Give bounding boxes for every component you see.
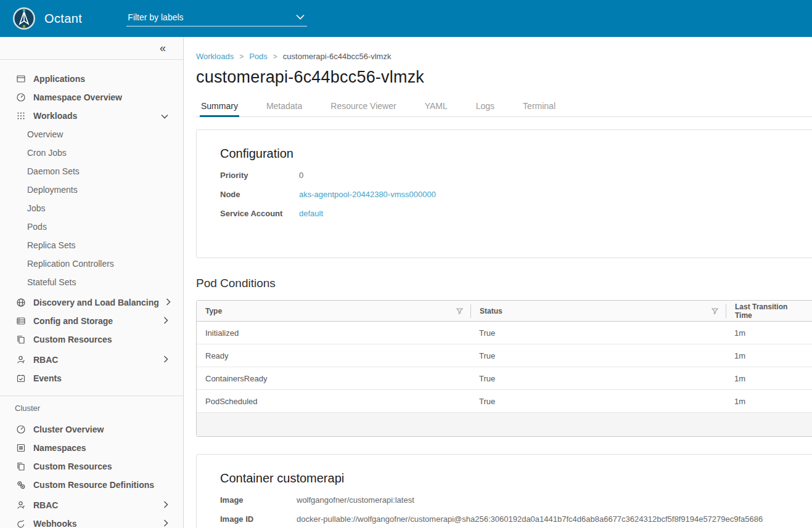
sidebar-subitem-pods[interactable]: Pods xyxy=(0,217,183,236)
tab-summary[interactable]: Summary xyxy=(200,97,239,116)
filter-icon[interactable] xyxy=(712,308,718,314)
tab-yaml[interactable]: YAML xyxy=(424,97,449,116)
gauge-icon xyxy=(16,424,27,435)
config-row-node: Node aks-agentpool-20442380-vmss000000 xyxy=(220,190,801,199)
sidebar-item-label: RBAC xyxy=(33,500,157,510)
pod-conditions-table: Type Status Last Transition Time Initial… xyxy=(196,300,812,437)
sidebar-subitem-cron-jobs[interactable]: Cron Jobs xyxy=(0,144,183,162)
container-row-image-id: Image ID docker-pullable://wolfgangofner… xyxy=(220,514,801,524)
chevron-right-icon xyxy=(166,298,171,307)
chevron-right-icon xyxy=(163,519,168,528)
user-icon xyxy=(16,500,27,511)
service-account-link[interactable]: default xyxy=(299,209,323,218)
tab-terminal[interactable]: Terminal xyxy=(522,97,557,116)
breadcrumb-pods-link[interactable]: Pods xyxy=(249,52,268,61)
app-header: Octant Filter by labels xyxy=(0,0,812,37)
tab-resource-viewer[interactable]: Resource Viewer xyxy=(329,97,397,116)
breadcrumb-workloads-link[interactable]: Workloads xyxy=(196,52,234,61)
sidebar-item-label: Events xyxy=(33,373,168,383)
tab-logs[interactable]: Logs xyxy=(475,97,496,116)
sidebar-item-custom-resources[interactable]: Custom Resources xyxy=(0,330,183,349)
priority-value: 0 xyxy=(299,171,303,180)
sidebar-item-label: Namespaces xyxy=(33,443,168,453)
sidebar-divider xyxy=(0,396,183,396)
copy-icon xyxy=(16,335,27,345)
column-header-status: Status xyxy=(470,304,726,318)
sidebar-item-namespaces[interactable]: Namespaces xyxy=(0,439,183,457)
sidebar-item-namespace-overview[interactable]: Namespace Overview xyxy=(0,88,183,107)
column-header-last-transition-time: Last Transition Time xyxy=(726,304,812,318)
cell-type: PodScheduled xyxy=(197,397,470,406)
breadcrumb-separator: > xyxy=(239,52,244,61)
table-footer xyxy=(197,413,812,436)
config-label: Service Account xyxy=(220,209,299,218)
sidebar-item-label: Discovery and Load Balancing xyxy=(33,298,159,307)
sidebar-item-label: Custom Resources xyxy=(33,461,168,471)
sidebar-subitem-label: Pods xyxy=(27,222,47,232)
sidebar-subitem-label: Jobs xyxy=(27,203,46,213)
namespaces-icon xyxy=(16,443,27,453)
config-row-service-account: Service Account default xyxy=(220,209,801,218)
sidebar-item-cluster-rbac[interactable]: RBAC xyxy=(0,496,183,514)
pod-conditions-heading: Pod Conditions xyxy=(196,277,812,290)
sidebar-subitem-replica-sets[interactable]: Replica Sets xyxy=(0,236,183,254)
sidebar-subitem-stateful-sets[interactable]: Stateful Sets xyxy=(0,273,183,291)
sidebar-subitem-label: Stateful Sets xyxy=(27,277,76,287)
sidebar-subitem-label: Cron Jobs xyxy=(27,148,67,158)
column-header-label: Status xyxy=(480,307,502,315)
sidebar-item-label: Custom Resources xyxy=(33,335,168,344)
cell-time: 1m xyxy=(726,397,812,406)
sidebar-item-applications[interactable]: Applications xyxy=(0,70,183,88)
configuration-card: Configuration Priority 0 Node aks-agentp… xyxy=(196,129,812,258)
chevron-down-icon xyxy=(296,14,305,20)
sidebar-collapse-button[interactable]: « xyxy=(160,43,166,54)
breadcrumb: Workloads > Pods > customerapi-6c44bcc56… xyxy=(196,52,812,61)
grid-dots-icon xyxy=(16,111,27,121)
sidebar-subitem-overview[interactable]: Overview xyxy=(0,125,183,144)
sidebar-subitem-replication-controllers[interactable]: Replication Controllers xyxy=(0,254,183,273)
container-card: Container customerapi Image wolfgangofne… xyxy=(196,454,812,528)
sidebar-nav: Applications Namespace Overview Workload… xyxy=(0,60,183,528)
config-label: Node xyxy=(220,190,299,199)
globe-icon xyxy=(16,298,27,308)
storage-icon xyxy=(16,316,27,327)
sidebar-item-label: Custom Resource Definitions xyxy=(33,480,168,490)
cluster-section-label: Cluster xyxy=(0,404,183,413)
column-header-label: Type xyxy=(205,307,222,315)
sidebar-item-cluster-custom-resources[interactable]: Custom Resources xyxy=(0,457,183,476)
sidebar-subitem-label: Overview xyxy=(27,129,63,139)
sidebar-item-label: Cluster Overview xyxy=(33,424,168,434)
sidebar-item-rbac[interactable]: RBAC xyxy=(0,351,183,369)
node-link[interactable]: aks-agentpool-20442380-vmss000000 xyxy=(299,190,436,199)
table-row: ContainersReady True 1m xyxy=(197,367,812,390)
sidebar-item-cluster-overview[interactable]: Cluster Overview xyxy=(0,420,183,439)
container-card-title: Container customerapi xyxy=(220,471,801,485)
breadcrumb-current: customerapi-6c44bcc56-vlmzk xyxy=(283,52,392,61)
sidebar-subitem-deployments[interactable]: Deployments xyxy=(0,181,183,199)
filter-by-labels-label: Filter by labels xyxy=(128,12,183,22)
container-label: Image ID xyxy=(220,514,297,524)
cell-time: 1m xyxy=(726,328,812,338)
sidebar-item-custom-resource-definitions[interactable]: Custom Resource Definitions xyxy=(0,476,183,494)
filter-icon[interactable] xyxy=(456,308,463,314)
column-header-label: Last Transition Time xyxy=(735,303,806,320)
octant-logo-icon xyxy=(12,7,36,30)
sidebar-item-config-and-storage[interactable]: Config and Storage xyxy=(0,312,183,330)
filter-by-labels-dropdown[interactable]: Filter by labels xyxy=(126,11,307,26)
container-label: Image xyxy=(220,495,297,505)
applications-icon xyxy=(16,74,27,84)
sidebar-item-workloads[interactable]: Workloads xyxy=(0,107,183,125)
tab-metadata[interactable]: Metadata xyxy=(265,97,303,116)
image-id-value: docker-pullable://wolfgangofner/customer… xyxy=(297,514,763,524)
sidebar-subitem-label: Replica Sets xyxy=(27,240,76,250)
sidebar-item-events[interactable]: Events xyxy=(0,369,183,388)
sidebar-subitem-daemon-sets[interactable]: Daemon Sets xyxy=(0,162,183,181)
table-row: Ready True 1m xyxy=(197,344,812,367)
sidebar-collapse-bar: « xyxy=(0,37,183,60)
sidebar-subitem-jobs[interactable]: Jobs xyxy=(0,199,183,217)
sidebar-item-webhooks[interactable]: Webhooks xyxy=(0,514,183,528)
sidebar-item-label: RBAC xyxy=(33,355,157,365)
sidebar-item-discovery-load-balancing[interactable]: Discovery and Load Balancing xyxy=(0,293,183,312)
main-content: Workloads > Pods > customerapi-6c44bcc56… xyxy=(184,37,812,528)
webhook-icon xyxy=(16,519,27,528)
